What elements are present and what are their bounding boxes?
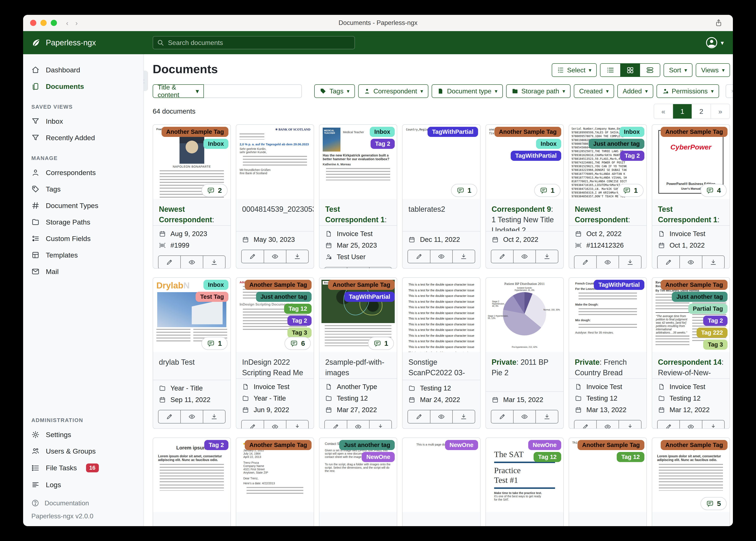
tag-pill[interactable]: Test Tag <box>196 292 228 302</box>
tag-pill[interactable]: Tag 2 <box>371 139 395 149</box>
pagination-prev-button[interactable]: « <box>654 104 673 119</box>
download-document-button[interactable] <box>286 250 308 263</box>
tag-pill[interactable]: NewOne <box>362 452 395 462</box>
card-title[interactable]: Private: 2011 BP Pie 2 <box>486 352 563 391</box>
tag-pill[interactable]: Tag 2 <box>703 316 728 326</box>
preview-document-button[interactable] <box>679 256 702 269</box>
comment-count-badge[interactable]: 1 <box>617 184 644 197</box>
card-correspondent[interactable]: Private <box>575 358 600 366</box>
document-thumbnail[interactable]: Serial Number,Company Name,Employe 97881… <box>569 125 646 199</box>
download-document-button[interactable] <box>203 410 225 423</box>
document-card[interactable]: DrylabNInboxTest Tag1drylab TestYear - T… <box>153 277 231 429</box>
preview-document-button[interactable] <box>513 410 535 423</box>
document-card[interactable]: Boundary Waters TripAnother Sample TagTa… <box>319 277 397 429</box>
card-title[interactable]: Test Correspondent 1: UM_PPBE_en_v29 <box>652 199 730 225</box>
document-card[interactable]: This is a test for the double space char… <box>402 277 480 429</box>
document-thumbnail[interactable]: AdobeInDesign Scripting DocumentationAno… <box>236 278 314 352</box>
close-window-button[interactable] <box>30 20 36 26</box>
tag-pill[interactable]: Tag 3 <box>287 327 312 338</box>
document-thumbnail[interactable]: Lorem ipsumLorem ipsum dolor sit amet, c… <box>652 438 730 512</box>
filter-document-type-button[interactable]: Document type▾ <box>432 84 503 98</box>
document-thumbnail[interactable]: DrylabNInboxTest Tag1 <box>153 278 230 352</box>
download-document-button[interactable] <box>369 420 391 429</box>
preview-document-button[interactable] <box>596 420 619 429</box>
card-title[interactable]: 0004814539_20230531 <box>236 199 314 231</box>
tag-pill[interactable]: Tag 2 <box>620 151 644 161</box>
tag-pill[interactable]: Partial Tag <box>688 304 728 314</box>
comment-count-badge[interactable]: 5 <box>700 497 727 510</box>
tag-pill[interactable]: Just another tag <box>672 292 728 302</box>
card-title[interactable]: Newest Correspondent: Sample100.csv <box>569 199 646 225</box>
tag-pill[interactable]: NewOne <box>445 440 478 450</box>
comment-count-badge[interactable]: 1 <box>534 184 560 197</box>
card-title[interactable] <box>569 512 646 526</box>
card-title[interactable]: Correspondent 9: 1 Testing New Title Upd… <box>486 199 563 231</box>
back-icon[interactable]: ‹ <box>66 19 68 27</box>
sidebar-item-dashboard[interactable]: Dashboard <box>23 62 143 78</box>
tag-pill[interactable]: Another Sample Tag <box>661 127 728 137</box>
card-title[interactable]: Newest Correspondent: H7_Napoleon_Bonapa… <box>153 199 230 225</box>
edit-document-button[interactable] <box>408 410 430 423</box>
card-correspondent[interactable]: Newest Correspondent <box>575 205 628 224</box>
edit-document-button[interactable] <box>242 250 263 263</box>
document-card[interactable]: CyberPowerPowerPanel® Business EditionUs… <box>652 124 730 269</box>
tag-pill[interactable]: Another Sample Tag <box>494 127 561 137</box>
download-document-button[interactable] <box>452 410 475 423</box>
filter-correspondent-button[interactable]: Correspondent▾ <box>358 84 429 98</box>
sidebar-item-users-groups[interactable]: Users & Groups <box>23 443 143 459</box>
card-title[interactable] <box>236 512 314 526</box>
document-thumbnail[interactable]: Francja pod rNAPOLEON BONAPARTEAnother S… <box>153 125 230 199</box>
tag-pill[interactable]: Another Sample Tag <box>661 280 728 290</box>
tag-pill[interactable]: Another Sample Tag <box>661 440 728 450</box>
tag-pill[interactable]: Another Sample Tag <box>245 280 312 290</box>
document-card[interactable]: French Country BreadFor the LeavenMake t… <box>569 277 647 429</box>
preview-document-button[interactable] <box>347 268 369 269</box>
tag-pill[interactable]: Another Sample Tag <box>245 440 312 450</box>
document-card[interactable]: MEDICAL TEACHERMedical TeacherHas the ne… <box>319 124 397 269</box>
tag-pill[interactable]: Tag 2 <box>287 316 312 326</box>
card-title[interactable] <box>652 512 730 526</box>
document-thumbnail[interactable]: CyberPowerPowerPanel® Business EditionUs… <box>652 125 730 199</box>
view-mode-grid-button[interactable] <box>620 64 640 77</box>
comment-count-badge[interactable]: 1 <box>451 184 477 197</box>
tag-pill[interactable]: Another Sample Tag <box>162 127 228 137</box>
tag-pill[interactable]: TagWithPartial <box>594 280 644 290</box>
download-document-button[interactable] <box>286 420 308 429</box>
tag-pill[interactable]: TagWithPartial <box>428 127 478 137</box>
tag-pill[interactable]: Tag 12 <box>534 452 561 462</box>
card-title[interactable]: InDesign 2022 Scripting Read Me <box>236 352 314 378</box>
tag-pill[interactable]: Inbox <box>619 127 644 137</box>
comment-count-badge[interactable]: 1 <box>201 337 228 350</box>
sidebar-item-file-tasks[interactable]: File Tasks16 <box>23 459 143 476</box>
edit-document-button[interactable] <box>491 410 513 423</box>
filter-field-button[interactable]: Title & content▾ <box>153 84 204 98</box>
tag-pill[interactable]: Inbox <box>536 139 561 149</box>
edit-document-button[interactable] <box>242 420 263 429</box>
filter-created-button[interactable]: Created▾ <box>574 84 614 98</box>
card-correspondent[interactable]: Newest Correspondent <box>159 205 212 224</box>
document-thumbnail[interactable]: ■■■ Test NameJanuary 2, 2022July 14, 198… <box>236 438 314 512</box>
document-thumbnail[interactable]: This is a test for the double space char… <box>403 278 480 352</box>
document-card[interactable]: one,1.0 five,5.0Another Sample TagInboxT… <box>485 124 564 269</box>
tag-pill[interactable]: Another Sample Tag <box>578 440 644 450</box>
filter-tags-button[interactable]: Tags▾ <box>314 84 355 98</box>
comment-count-badge[interactable]: 1 <box>368 337 394 350</box>
document-card[interactable]: AdobeInDesign Scripting DocumentationAno… <box>236 277 314 429</box>
sidebar-collapse-button[interactable]: « <box>144 71 148 91</box>
document-thumbnail[interactable]: Patient BP Distribution 2011Isolated Sys… <box>486 278 563 352</box>
edit-document-button[interactable] <box>491 250 513 263</box>
sidebar-item-mail[interactable]: Mail <box>23 263 143 280</box>
document-thumbnail[interactable]: Review of Arbitral Awards Shows Swift Re… <box>652 278 730 352</box>
card-correspondent[interactable]: Private <box>492 358 516 366</box>
sidebar-item-custom-fields[interactable]: Custom Fields <box>23 230 143 247</box>
comment-count-badge[interactable]: 4 <box>700 184 727 197</box>
tag-pill[interactable]: NewOne <box>528 440 561 450</box>
document-card[interactable]: Francja pod rNAPOLEON BONAPARTEAnother S… <box>153 124 231 269</box>
tag-pill[interactable]: Inbox <box>370 127 395 137</box>
document-thumbnail[interactable]: The SATPracticeTest #1Make time to take … <box>486 438 563 512</box>
edit-document-button[interactable] <box>158 410 180 423</box>
sidebar-item-storage-paths[interactable]: Storage Paths <box>23 214 143 230</box>
card-title[interactable]: drylab Test <box>153 352 230 380</box>
share-icon[interactable] <box>714 19 723 27</box>
sidebar-item-documents[interactable]: Documents <box>23 78 143 95</box>
